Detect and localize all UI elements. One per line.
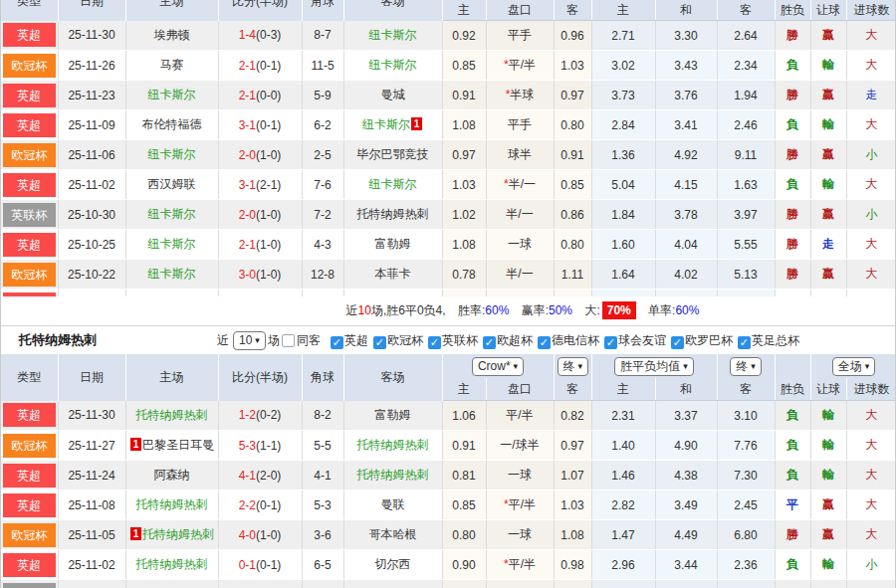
away-team-cell: 纽卡斯尔 bbox=[343, 51, 442, 81]
handicap-line: 平手 bbox=[486, 21, 554, 51]
asian-home-odds: 0.85 bbox=[442, 51, 486, 81]
result-winloss: 勝 bbox=[775, 140, 810, 170]
euro-state-select[interactable]: 终 bbox=[730, 357, 762, 376]
result-goals: 走 bbox=[846, 81, 895, 110]
result-winloss: 負 bbox=[775, 170, 810, 200]
euro-away-odds: 2.46 bbox=[717, 110, 775, 140]
col-eu-draw: 和 bbox=[655, 0, 717, 21]
match-date: 25-10-30 bbox=[58, 200, 125, 230]
league-filter-checkbox[interactable]: 欧罗巴杯 bbox=[671, 332, 733, 349]
asian-away-odds: 0.80 bbox=[554, 230, 591, 260]
match-row: 英超 25-11-09 布伦特福德 3-1(0-1) 6-2 纽卡斯尔1 1.0… bbox=[1, 110, 895, 140]
away-team-cell: 纽卡斯尔 bbox=[343, 170, 442, 200]
halftime-score: (1-0) bbox=[256, 528, 281, 542]
league-filter-checkbox[interactable]: 球会友谊 bbox=[604, 332, 666, 349]
asian-home-odds: 1.03 bbox=[442, 170, 486, 200]
fulltime-score: 2-1 bbox=[239, 89, 256, 102]
asian-home-odds: 0.97 bbox=[442, 140, 486, 170]
score-cell: 5-3(1-1) bbox=[218, 431, 302, 461]
league-filter-checkbox[interactable]: 欧冠杯 bbox=[373, 332, 423, 349]
euro-mode-value: 胜平负均值 bbox=[620, 359, 680, 374]
checkbox-checked-icon bbox=[671, 336, 684, 349]
same-away-checkbox[interactable] bbox=[282, 334, 295, 347]
record-text: 场,胜6平0负4, bbox=[371, 303, 446, 317]
away-team-cell: 切尔西 bbox=[343, 550, 442, 580]
home-team-cell: 1托特纳姆热刺 bbox=[125, 520, 218, 550]
checkbox-checked-icon bbox=[483, 336, 496, 349]
league-filter-checkbox[interactable]: 英足总杯 bbox=[738, 332, 799, 349]
league-filter-checkbox[interactable]: 欧超杯 bbox=[483, 332, 533, 349]
league-filter-checkbox[interactable]: 英超 bbox=[331, 332, 368, 349]
home-team-cell: 托特纳姆热刺 bbox=[125, 550, 218, 580]
result-winloss: 負 bbox=[775, 401, 810, 431]
handicap-line: 平/半 bbox=[486, 401, 554, 431]
asian-away-odds: 0.96 bbox=[554, 21, 591, 51]
league-filter-checkbox[interactable]: 德电信杯 bbox=[538, 332, 599, 349]
asian-home-odds: 1.02 bbox=[442, 200, 486, 230]
euro-home-odds: 3.02 bbox=[591, 51, 655, 81]
odds-company-select[interactable]: Crow* bbox=[472, 357, 524, 376]
asian-away-odds: 1.03 bbox=[554, 290, 591, 297]
scope-select[interactable]: 全场 bbox=[832, 357, 876, 376]
away-team-cell: 富勒姆 bbox=[343, 401, 442, 431]
league-filter-checkbox[interactable]: 英联杯 bbox=[428, 332, 478, 349]
same-away-label: 同客 bbox=[297, 332, 321, 349]
match-date: 25-10-30 bbox=[58, 580, 125, 588]
away-team-cell: 纽卡斯尔1 bbox=[343, 110, 442, 140]
col-ah-away: 客 bbox=[554, 0, 591, 21]
home-team-name: 托特纳姆热刺 bbox=[136, 408, 208, 422]
match-count-select[interactable]: 10 bbox=[233, 331, 266, 350]
match-date: 25-11-30 bbox=[58, 21, 125, 51]
handicap-line: 半/一 bbox=[486, 260, 554, 290]
euro-home-odds: 2.82 bbox=[591, 290, 655, 297]
league-badge: 英联杯 bbox=[3, 583, 56, 588]
col-home: 主场 bbox=[125, 0, 218, 21]
away-team-cell: 托特纳姆热刺 bbox=[343, 200, 442, 230]
handicap-line: 平手 bbox=[486, 110, 554, 140]
match-row: 英超 25-11-30 埃弗顿 1-4(0-3) 8-7 纽卡斯尔 0.92 平… bbox=[1, 21, 895, 51]
home-team-cell: 纽卡斯尔 bbox=[125, 580, 218, 588]
col-eu-home: 主 bbox=[591, 0, 655, 21]
corner-score: 11-5 bbox=[302, 51, 343, 81]
home-team-cell: 托特纳姆热刺 bbox=[125, 490, 218, 520]
away-team-cell: 托特纳姆热刺 bbox=[343, 461, 442, 490]
result-goals: 大 bbox=[846, 520, 896, 550]
home-team-cell: 布莱顿 bbox=[125, 290, 218, 297]
corner-score: 7-2 bbox=[302, 200, 343, 230]
euro-home-odds: 1.40 bbox=[591, 431, 655, 461]
home-team-name: 纽卡斯尔 bbox=[148, 88, 196, 101]
result-goals: 大 bbox=[846, 401, 896, 431]
result-goals: 小 bbox=[846, 140, 895, 170]
result-handicap: 贏 bbox=[810, 21, 846, 51]
euro-home-odds: 1.36 bbox=[591, 140, 655, 170]
euro-mode-select[interactable]: 胜平负均值 bbox=[614, 357, 694, 376]
col-eu-home: 主 bbox=[591, 378, 655, 401]
euro-draw-odds: 4.92 bbox=[655, 140, 717, 170]
euro-home-odds: 2.31 bbox=[591, 401, 655, 431]
handicap-line: 球半 bbox=[486, 140, 554, 170]
score-cell: 2-1(0-1) bbox=[218, 51, 302, 81]
match-date: 25-11-23 bbox=[58, 81, 125, 110]
euro-away-odds: 2.46 bbox=[717, 290, 775, 297]
chevron-down-icon bbox=[865, 359, 870, 374]
asian-home-odds: 0.85 bbox=[442, 290, 486, 297]
match-date: 25-10-22 bbox=[58, 260, 125, 290]
asian-home-odds: 0.92 bbox=[442, 21, 486, 51]
match-date: 25-11-05 bbox=[58, 520, 125, 550]
result-winloss: 勝 bbox=[775, 81, 810, 110]
score-cell: 2-0(1-0) bbox=[218, 140, 302, 170]
score-cell: 1-4(0-3) bbox=[218, 21, 302, 51]
asian-home-odds: 0.81 bbox=[442, 461, 486, 490]
fulltime-score: 3-0 bbox=[239, 268, 256, 282]
ah-state-select[interactable]: 终 bbox=[558, 357, 589, 376]
euro-home-odds: 1.64 bbox=[591, 260, 655, 290]
chevron-down-icon bbox=[255, 333, 260, 348]
league-filter-label: 欧罗巴杯 bbox=[685, 333, 733, 347]
match-row: 英超 25-11-02 西汉姆联 3-1(2-1) 7-6 纽卡斯尔 1.03 … bbox=[1, 170, 895, 200]
score-cell: 3-0(1-0) bbox=[218, 260, 302, 290]
match-row: 欧冠杯 25-11-05 1托特纳姆热刺 4-0(1-0) 3-6 哥本哈根 0… bbox=[1, 520, 896, 550]
col-away: 客场 bbox=[343, 354, 442, 401]
league-badge: 英超 bbox=[3, 233, 56, 257]
chevron-down-icon bbox=[683, 359, 688, 374]
result-handicap: 走 bbox=[810, 230, 846, 260]
